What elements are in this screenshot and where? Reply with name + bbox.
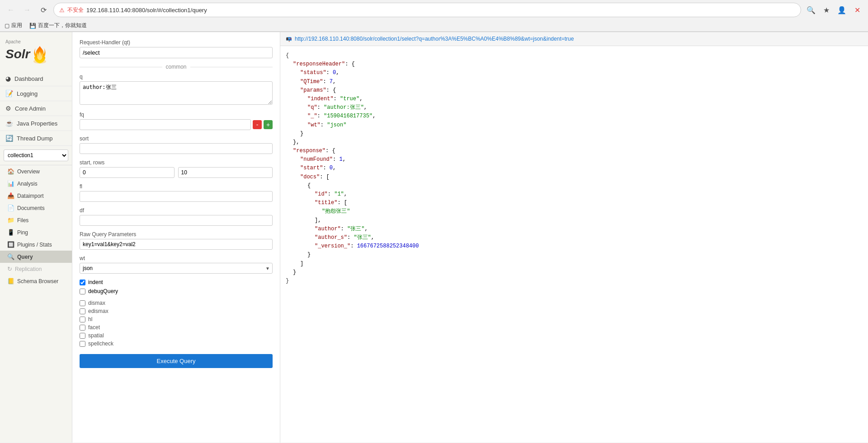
dataimport-icon: 📥 [7,192,14,199]
start-input[interactable] [80,167,175,178]
df-label: df [80,207,273,214]
query-panel: Request-Handler (qt) common q author:张三 … [72,32,280,443]
debug-query-checkbox[interactable] [80,289,85,294]
wt-select[interactable]: json xml python ruby php csv [80,263,273,274]
collection-selector: collection1 [0,146,72,165]
fq-remove-button[interactable]: - [253,120,262,129]
solr-flame-icon [31,44,49,64]
browser-actions: 🔍 ★ 👤 ✕ [805,4,863,16]
raw-params-group: Raw Query Parameters [80,231,273,250]
spatial-row: spatial [80,332,273,339]
collection-nav-replication[interactable]: ↻ Replication [0,263,72,275]
logging-icon: 📝 [5,90,13,97]
replication-icon: ↻ [7,266,12,272]
sidebar-item-core-admin[interactable]: ⚙ Core Admin [0,101,72,116]
collection-nav-label: Dataimport [17,193,44,199]
collection-nav-query[interactable]: 🔍 Query [0,251,72,263]
collection-nav-label: Schema Browser [17,278,58,284]
fq-add-button[interactable]: + [264,120,273,129]
back-button[interactable]: ← [5,4,17,16]
fq-input[interactable] [80,119,251,130]
url-display[interactable]: 192.168.110.140:8080/solr/#/collection1/… [86,7,795,14]
edismax-checkbox[interactable] [80,308,85,314]
collection-nav-label: Overview [17,168,40,175]
files-icon: 📁 [7,217,14,224]
raw-params-label: Raw Query Parameters [80,231,273,238]
collection-nav-label: Query [17,254,33,260]
hl-checkbox[interactable] [80,317,85,322]
indent-checkbox[interactable] [80,280,85,285]
edismax-row: edismax [80,308,273,314]
sort-group: sort [80,135,273,154]
collection-nav-label: Replication [15,266,42,272]
collection-nav-documents[interactable]: 📄 Documents [0,202,72,214]
execute-query-button[interactable]: Execute Query [80,354,273,368]
analysis-icon: 📊 [7,180,14,187]
request-handler-input[interactable] [80,47,273,58]
start-rows-group: start, rows [80,159,273,178]
browser-toolbar: ← → ⟳ ⚠ 不安全 192.168.110.140:8080/solr/#/… [0,0,868,20]
core-admin-icon: ⚙ [5,105,11,112]
fl-label: fl [80,183,273,190]
spatial-checkbox[interactable] [80,333,85,339]
sort-label: sort [80,135,273,142]
collection-nav-overview[interactable]: 🏠 Overview [0,165,72,177]
collection-nav-analysis[interactable]: 📊 Analysis [0,177,72,190]
bookmark-button[interactable]: ★ [820,4,833,16]
indent-row: indent [80,279,273,285]
facet-label: facet [88,324,100,331]
browser-chrome: ← → ⟳ ⚠ 不安全 192.168.110.140:8080/solr/#/… [0,0,868,32]
start-rows-label: start, rows [80,159,273,166]
indent-label: indent [88,279,103,285]
collection-nav: 🏠 Overview 📊 Analysis 📥 Dataimport 📄 Doc… [0,165,72,287]
dismax-checkbox[interactable] [80,300,85,306]
facet-checkbox[interactable] [80,325,85,331]
request-handler-label: Request-Handler (qt) [80,39,273,46]
collection-nav-schema-browser[interactable]: 📒 Schema Browser [0,275,72,287]
edismax-label: edismax [88,308,108,314]
bookmark-baidu[interactable]: 💾 百度一下，你就知道 [29,22,87,29]
sort-input[interactable] [80,143,273,154]
collection-nav-label: Ping [17,229,28,236]
fq-label: fq [80,112,273,118]
query-icon: 🔍 [7,253,14,260]
app-container: Apache Solr [0,32,868,443]
fl-group: fl [80,183,273,202]
spellcheck-checkbox[interactable] [80,341,85,347]
logo-main: Solr [5,44,66,64]
collection-nav-label: Plugins / Stats [17,242,52,248]
collection-nav-files[interactable]: 📁 Files [0,214,72,226]
forward-button[interactable]: → [21,4,33,16]
collection-nav-ping[interactable]: 📱 Ping [0,226,72,238]
logo-apache-text: Apache [5,39,66,44]
raw-params-input[interactable] [80,239,273,250]
logo-area: Apache Solr [0,32,72,71]
reload-button[interactable]: ⟳ [37,4,50,16]
wt-label: wt [80,255,273,261]
debug-query-row: debugQuery [80,288,273,294]
common-divider: common [80,64,273,70]
response-content[interactable]: { "responseHeader": { "status": 0, "QTim… [280,46,868,443]
sidebar-item-thread-dump[interactable]: 🔄 Thread Dump [0,131,72,146]
collection-select[interactable]: collection1 [4,149,68,161]
user-button[interactable]: 👤 [835,4,848,16]
response-url-text: http://192.168.110.140:8080/solr/collect… [295,36,574,42]
thread-icon: 🔄 [5,135,13,142]
q-label: q [80,74,273,80]
df-input[interactable] [80,215,273,226]
fl-input[interactable] [80,191,273,202]
debug-query-label: debugQuery [88,288,118,294]
close-browser-button[interactable]: ✕ [851,4,863,16]
sidebar-item-java-properties[interactable]: ☕ Java Properties [0,116,72,131]
search-browser-button[interactable]: 🔍 [805,4,817,16]
facet-row: facet [80,324,273,331]
q-input[interactable]: author:张三 [80,81,273,105]
collection-nav-plugins-stats[interactable]: 🔲 Plugins / Stats [0,238,72,251]
rows-input[interactable] [178,167,273,178]
java-icon: ☕ [5,120,13,127]
sidebar-item-logging[interactable]: 📝 Logging [0,86,72,101]
bookmark-apps[interactable]: ▢ 应用 [5,22,22,29]
collection-nav-dataimport[interactable]: 📥 Dataimport [0,190,72,202]
df-group: df [80,207,273,226]
sidebar-item-dashboard[interactable]: ◕ Dashboard [0,71,72,86]
